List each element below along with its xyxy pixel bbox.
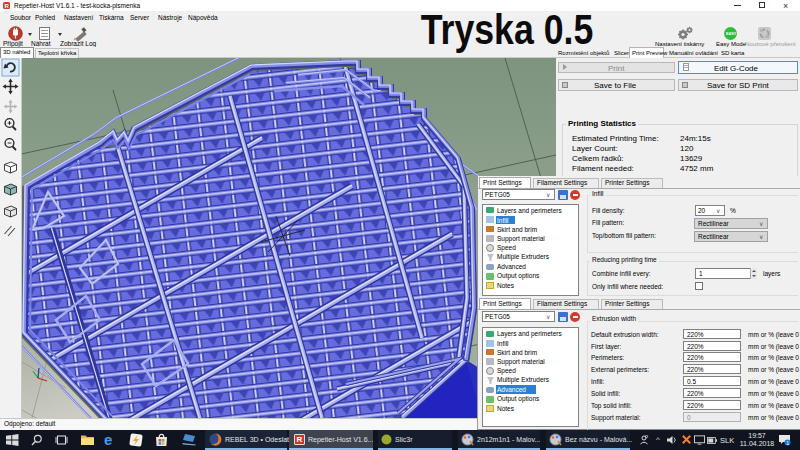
svg-text:1: 1 <box>786 440 789 446</box>
